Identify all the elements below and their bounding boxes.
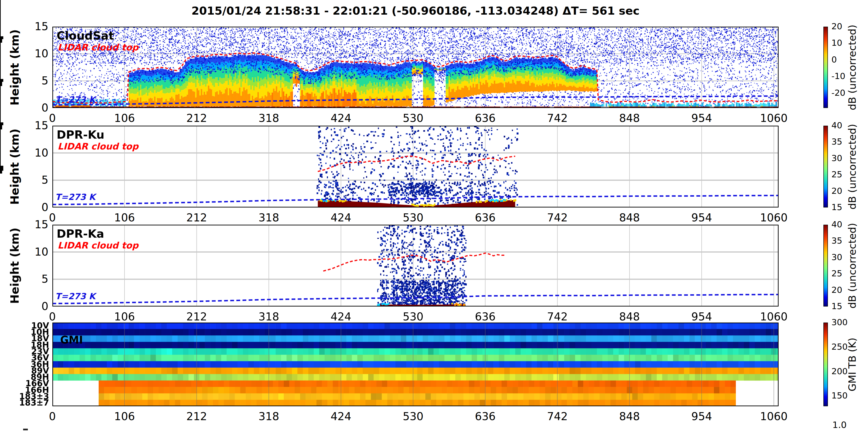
x-tick-label: 212 bbox=[178, 310, 216, 323]
x-tick-label: 636 bbox=[466, 410, 504, 423]
y-tick-label: 0 bbox=[0, 201, 49, 213]
satellite-cross-section-figure: 2015/01/24 21:58:31 - 22:01:21 (-50.9601… bbox=[0, 0, 868, 431]
x-tick-label: 424 bbox=[322, 112, 360, 125]
x-tick-label: 530 bbox=[394, 211, 432, 224]
y-tick-label: 10 bbox=[0, 47, 49, 60]
panel-sublabel-lidar-cloud-top: LIDAR cloud top bbox=[58, 141, 138, 152]
figure-title: 2015/01/24 21:58:31 - 22:01:21 (-50.9601… bbox=[52, 4, 779, 17]
panel-label-gmi: GMI bbox=[60, 334, 83, 346]
colorbar-tick-label: 10 bbox=[831, 38, 842, 47]
x-tick-mark bbox=[0, 162, 1, 166]
x-tick-label: 1060 bbox=[755, 310, 793, 323]
colorbar-tick-label: 30 bbox=[831, 252, 842, 262]
colorbar-tick-label: 300 bbox=[831, 317, 848, 327]
x-tick-mark bbox=[0, 10, 1, 13]
panel-canvas-gmi bbox=[52, 323, 779, 406]
x-tick-label: 318 bbox=[250, 410, 288, 423]
x-tick-label: 0 bbox=[33, 410, 71, 423]
x-tick-label: 636 bbox=[466, 211, 504, 224]
x-tick-mark bbox=[0, 0, 1, 3]
colorbar-axis-label: dB (uncorrected) bbox=[846, 223, 858, 308]
x-tick-mark bbox=[0, 96, 1, 99]
colorbar-axis-label: dB (uncorrected) bbox=[846, 124, 858, 209]
panel-canvas-dpr_ka bbox=[52, 225, 779, 306]
x-tick-label: 954 bbox=[683, 410, 720, 423]
colorbar-tick-label: 40 bbox=[831, 220, 842, 229]
annotation-freezing-level: T=273 K bbox=[55, 95, 95, 104]
x-tick-mark bbox=[0, 3, 1, 7]
colorbar-dpr_ka bbox=[824, 225, 828, 306]
x-tick-mark bbox=[0, 136, 1, 139]
colorbar-tick-label: -10 bbox=[831, 71, 845, 81]
x-tick-mark bbox=[0, 159, 1, 162]
y-tick-label: 15 bbox=[0, 218, 49, 231]
colorbar-tick-label: 20 bbox=[831, 285, 842, 295]
colorbar-tick-label: 15 bbox=[831, 301, 842, 311]
x-tick-label: 1060 bbox=[755, 410, 793, 423]
panel-label-cloudsat: CloudSat bbox=[57, 29, 114, 42]
x-tick-label: 636 bbox=[466, 112, 504, 125]
colorbar-dpr_ku bbox=[824, 126, 828, 207]
panel-label-dpr_ku: DPR-Ku bbox=[57, 128, 104, 141]
colorbar-tick-label: 20 bbox=[831, 22, 842, 31]
x-tick-label: 424 bbox=[322, 310, 360, 323]
x-tick-label: 318 bbox=[250, 211, 288, 224]
x-tick-label: 212 bbox=[178, 410, 216, 423]
y-tick-label: 15 bbox=[0, 20, 49, 33]
x-tick-mark bbox=[0, 116, 1, 119]
y-axis-label: Height (km) bbox=[8, 129, 21, 205]
colorbar-gmi bbox=[824, 323, 828, 406]
colorbar-axis-label: GMI TB (K) bbox=[846, 338, 858, 391]
x-tick-label: 106 bbox=[106, 112, 144, 125]
x-tick-label: 742 bbox=[538, 310, 576, 323]
annotation-freezing-level: T=273 K bbox=[55, 192, 95, 202]
x-tick-label: 106 bbox=[106, 410, 144, 423]
y-tick-label: 5 bbox=[0, 272, 49, 285]
colorbar-tick-label: 40 bbox=[831, 121, 842, 130]
colorbar-tick-label: 150 bbox=[831, 391, 848, 400]
colorbar-tick-label: 15 bbox=[831, 202, 842, 212]
x-tick-label: 848 bbox=[611, 112, 648, 125]
panel-sublabel-lidar-cloud-top: LIDAR cloud top bbox=[58, 42, 138, 53]
x-tick-label: 106 bbox=[106, 310, 144, 323]
x-tick-label: 530 bbox=[394, 410, 432, 423]
y-tick-label: 5 bbox=[0, 74, 49, 87]
x-tick-mark bbox=[0, 93, 1, 96]
x-tick-label: 742 bbox=[538, 410, 576, 423]
x-tick-label: 742 bbox=[538, 211, 576, 224]
colorbar-cloudsat bbox=[824, 27, 828, 108]
y-tick-label: 0 bbox=[0, 101, 49, 114]
y-tick-label: 15 bbox=[0, 119, 49, 132]
colorbar-tick-label: 20 bbox=[831, 186, 842, 196]
x-tick-mark bbox=[0, 16, 1, 20]
y-tick-label: 0 bbox=[0, 300, 49, 312]
x-tick-mark bbox=[0, 43, 1, 46]
x-tick-label: 212 bbox=[178, 112, 216, 125]
colorbar-tick-label: 35 bbox=[831, 137, 842, 146]
y-axis-label: Height (km) bbox=[8, 228, 21, 304]
x-tick-mark bbox=[0, 139, 1, 143]
colorbar-tick-label: 30 bbox=[831, 153, 842, 163]
colorbar-tick-label: 0 bbox=[831, 55, 837, 64]
x-tick-mark bbox=[0, 66, 1, 69]
x-tick-mark bbox=[0, 69, 1, 72]
x-tick-label: 318 bbox=[250, 112, 288, 125]
panel-sublabel-lidar-cloud-top: LIDAR cloud top bbox=[58, 240, 138, 251]
x-tick-label: 848 bbox=[611, 410, 648, 423]
cropped-fragment-text: 1.0 bbox=[832, 420, 846, 430]
x-tick-label: 530 bbox=[394, 112, 432, 125]
x-tick-label: 106 bbox=[106, 211, 144, 224]
x-tick-label: 742 bbox=[538, 112, 576, 125]
colorbar-tick-label: -20 bbox=[831, 88, 845, 98]
panels-container: 01062123184245306367428489541060051015He… bbox=[0, 0, 868, 173]
x-tick-mark bbox=[0, 33, 1, 36]
x-tick-label: 318 bbox=[250, 310, 288, 323]
x-tick-label: 848 bbox=[611, 211, 648, 224]
x-tick-label: 954 bbox=[683, 211, 720, 224]
colorbar-tick-label: 35 bbox=[831, 236, 842, 245]
colorbar-tick-label: 25 bbox=[831, 169, 842, 179]
y-tick-label: 10 bbox=[0, 245, 49, 258]
colorbar-tick-label: 25 bbox=[831, 269, 842, 278]
x-tick-label: 954 bbox=[683, 310, 720, 323]
panel-canvas-cloudsat bbox=[52, 27, 779, 108]
